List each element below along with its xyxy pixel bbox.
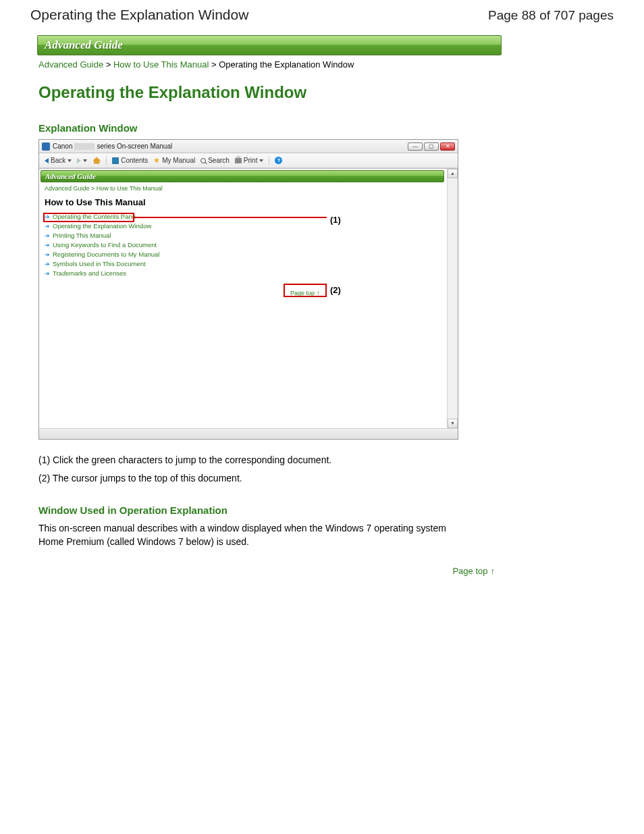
callout-line-1 (134, 217, 327, 218)
close-button[interactable]: ✕ (440, 142, 455, 151)
search-label: Search (208, 157, 230, 164)
mini-link-label: Using Keywords to Find a Document (53, 241, 157, 249)
page-title: Operating the Explanation Window (38, 83, 502, 102)
chevron-down-icon (259, 159, 263, 162)
arrow-right-icon: ➔ (45, 251, 50, 258)
back-button[interactable]: Back (43, 157, 73, 164)
mini-page-top[interactable]: Page top ↑ (290, 289, 320, 296)
forward-button[interactable] (76, 158, 88, 163)
mini-page-top-label: Page top (290, 290, 315, 296)
print-icon (235, 158, 242, 163)
mini-link[interactable]: ➔Using Keywords to Find a Document (45, 241, 447, 249)
maximize-button[interactable]: ▢ (424, 142, 439, 151)
mini-link-label: Printing This Manual (53, 232, 111, 239)
banner-text: Advanced Guide (45, 38, 123, 52)
scroll-up-button[interactable]: ▲ (448, 169, 458, 178)
book-icon (112, 157, 119, 164)
callout-2: (2) (330, 285, 341, 295)
section2-body: This on-screen manual describes with a w… (38, 521, 457, 549)
arrow-right-icon: ➔ (45, 213, 50, 220)
mini-link-label: Operating the Contents Pane (53, 213, 136, 220)
breadcrumb-sep: > (211, 59, 219, 70)
page-top-link[interactable]: Page top ↑ (452, 566, 495, 576)
status-bar (39, 428, 458, 439)
my-manual-button[interactable]: ★ My Manual (152, 157, 196, 164)
home-button[interactable] (91, 157, 102, 164)
mini-link-label: Operating the Explanation Window (53, 222, 151, 230)
back-label: Back (51, 157, 65, 164)
arrow-up-icon: ↑ (317, 289, 320, 296)
mini-link-list: ➔Operating the Contents Pane ➔Operating … (45, 213, 447, 277)
breadcrumb: Advanced Guide > How to Use This Manual … (38, 59, 502, 70)
arrow-right-icon: ➔ (45, 232, 50, 239)
window-titlebar: Canon series On-screen Manual — ▢ ✕ (39, 140, 458, 153)
search-button[interactable]: Search (199, 157, 231, 164)
arrow-right-icon (77, 158, 81, 163)
arrow-right-icon: ➔ (45, 270, 50, 277)
help-icon: ? (275, 157, 282, 164)
scroll-track[interactable] (448, 178, 458, 419)
toolbar: Back Contents (39, 153, 458, 168)
page-header: Operating the Explanation Window Page 88… (30, 7, 614, 23)
search-icon (200, 158, 206, 163)
mini-heading: How to Use This Manual (45, 197, 447, 207)
screenshot-figure: Canon series On-screen Manual — ▢ ✕ Back (38, 139, 458, 440)
mini-breadcrumb: Advanced Guide > How to Use This Manual (45, 185, 447, 192)
header-title: Operating the Explanation Window (30, 7, 248, 23)
breadcrumb-sep: > (106, 59, 113, 70)
titlebar-mask (74, 143, 95, 150)
page-top-label: Page top (452, 566, 487, 576)
minimize-button[interactable]: — (408, 142, 423, 151)
contents-button[interactable]: Contents (111, 157, 149, 164)
breadcrumb-current: Operating the Explanation Window (219, 59, 354, 70)
mini-link-label: Trademarks and Licenses (53, 269, 126, 277)
my-manual-label: My Manual (162, 157, 195, 164)
titlebar-text-suffix: series On-screen Manual (97, 142, 172, 150)
note-2: (2) The cursor jumps to the top of this … (38, 471, 502, 486)
print-button[interactable]: Print (234, 157, 265, 164)
content-pane: Advanced Guide Advanced Guide > How to U… (39, 169, 447, 428)
contents-label: Contents (121, 157, 148, 164)
note-1: (1) Click the green characters to jump t… (38, 453, 502, 467)
breadcrumb-link-advanced-guide[interactable]: Advanced Guide (38, 59, 103, 70)
arrow-left-icon (45, 158, 49, 163)
star-icon: ★ (153, 157, 160, 164)
mini-link-label: Registering Documents to My Manual (53, 251, 159, 258)
mini-link-label: Symbols Used in This Document (53, 260, 146, 267)
mini-link[interactable]: ➔Symbols Used in This Document (45, 260, 447, 267)
separator (269, 156, 269, 165)
app-icon (42, 142, 50, 151)
section-heading-window-used: Window Used in Operation Explanation (38, 504, 502, 516)
section-heading-explanation-window: Explanation Window (38, 122, 502, 134)
chevron-down-icon (83, 159, 87, 162)
arrow-right-icon: ➔ (45, 223, 50, 230)
arrow-right-icon: ➔ (45, 261, 50, 267)
separator (106, 156, 107, 165)
mini-link[interactable]: ➔Registering Documents to My Manual (45, 251, 447, 258)
mini-link[interactable]: ➔Trademarks and Licenses (45, 269, 447, 277)
scroll-down-button[interactable]: ▼ (448, 419, 458, 428)
advanced-guide-banner: Advanced Guide (37, 35, 502, 55)
mini-link[interactable]: ➔Operating the Explanation Window (45, 222, 447, 230)
chevron-down-icon (68, 159, 72, 162)
print-label: Print (244, 157, 258, 164)
arrow-right-icon: ➔ (45, 242, 50, 249)
breadcrumb-link-how-to-use[interactable]: How to Use This Manual (113, 59, 209, 70)
mini-banner: Advanced Guide (41, 170, 444, 182)
page-indicator: Page 88 of 707 pages (488, 8, 614, 23)
titlebar-text-prefix: Canon (53, 142, 72, 150)
notes: (1) Click the green characters to jump t… (38, 453, 502, 486)
home-icon (92, 157, 101, 164)
help-button[interactable]: ? (273, 157, 284, 164)
mini-link[interactable]: ➔Printing This Manual (45, 232, 447, 239)
vertical-scrollbar[interactable]: ▲ ▼ (447, 169, 458, 428)
arrow-up-icon: ↑ (491, 566, 495, 576)
callout-1: (1) (330, 215, 341, 225)
